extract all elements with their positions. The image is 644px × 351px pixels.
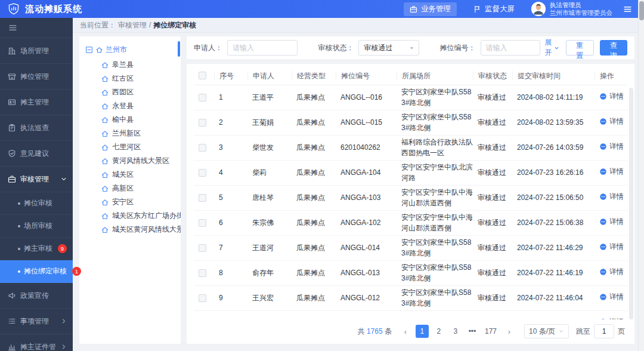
row-checkbox[interactable] bbox=[199, 244, 206, 252]
detail-link[interactable]: 详情 bbox=[599, 116, 624, 127]
nav-business-management[interactable]: 业务管理 bbox=[404, 2, 457, 16]
page-button[interactable]: 2 bbox=[432, 325, 445, 338]
cell-action: 详情 bbox=[595, 91, 627, 104]
tree-node[interactable]: 安宁区 bbox=[85, 195, 181, 209]
tree-node[interactable]: 城关区东方红广场办街道 bbox=[85, 209, 181, 223]
row-checkbox[interactable] bbox=[199, 119, 206, 127]
detail-link[interactable]: 详情 bbox=[599, 167, 624, 177]
user-org: 兰州市城市管理委员会 bbox=[550, 9, 612, 17]
page-ellipsis[interactable]: ••• bbox=[466, 325, 479, 338]
page-size-select[interactable]: 10 条/页 bbox=[524, 324, 569, 338]
header-menu-icon[interactable] bbox=[623, 5, 632, 14]
page-button[interactable]: 3 bbox=[449, 325, 462, 338]
nav-supervision-screen[interactable]: 监督大屏 bbox=[467, 2, 521, 16]
page-jump-input[interactable] bbox=[594, 324, 614, 338]
prev-page-button[interactable]: ‹ bbox=[399, 325, 412, 338]
search-button[interactable]: 查询 bbox=[600, 40, 628, 56]
sidebar-item[interactable]: 政策宣传 bbox=[0, 283, 73, 309]
detail-link[interactable]: 详情 bbox=[599, 91, 624, 101]
tree-root[interactable]: 兰州市 bbox=[85, 42, 181, 57]
sidebar-item-label: 摊主证件管理 bbox=[20, 342, 55, 351]
column-header: 审核状态 bbox=[473, 71, 512, 81]
top-bar: 流动摊贩系统 业务管理 监督大屏 执法管理员 bbox=[0, 0, 638, 18]
detail-ellipsis-icon bbox=[599, 93, 607, 100]
cell-applicant: 柴世发 bbox=[247, 143, 292, 153]
row-checkbox[interactable] bbox=[199, 294, 206, 302]
tree-scrollbar-thumb[interactable] bbox=[178, 41, 180, 57]
page-button[interactable]: 1 bbox=[416, 325, 429, 338]
cell-business-type: 瓜果摊点 bbox=[292, 93, 336, 103]
detail-link[interactable]: 详情 bbox=[599, 267, 624, 277]
detail-ellipsis-icon bbox=[599, 168, 607, 176]
expand-filters-link[interactable]: 展开 bbox=[545, 38, 560, 58]
sidebar-item[interactable]: 场所管理 bbox=[0, 38, 73, 64]
chevron-down-icon bbox=[60, 175, 68, 183]
cell-time: 2024-07-26 14:03:59 bbox=[512, 143, 595, 153]
tree-node[interactable]: 榆中县 bbox=[85, 113, 181, 127]
sidebar-item[interactable]: 意见建议 bbox=[0, 141, 73, 167]
sidebar-subitem[interactable]: 摊位审核 bbox=[0, 192, 73, 215]
table-row: 7王道河瓜果摊点ANGGL-014安宁区刘家堡中队S583#路北侧审核通过202… bbox=[194, 236, 627, 261]
tree-node[interactable]: 黄河风情线大景区 bbox=[85, 154, 181, 168]
home-icon bbox=[101, 88, 109, 97]
page-button[interactable]: 177 bbox=[482, 325, 499, 338]
page-scrollbar-thumb[interactable] bbox=[639, 1, 644, 20]
table-row: 2王菊娟瓜果摊点ANGGL--015安宁区刘家堡中队S583#路北侧审核通过20… bbox=[194, 110, 627, 136]
sidebar-subitem[interactable]: 摊位绑定审核1 bbox=[0, 260, 73, 283]
tree-node[interactable]: 兰州新区 bbox=[85, 127, 181, 140]
cell-checkbox bbox=[194, 144, 214, 152]
tree-node[interactable]: 红古区 bbox=[85, 72, 181, 85]
row-checkbox[interactable] bbox=[199, 194, 206, 202]
tree-node[interactable]: 西固区 bbox=[85, 85, 181, 99]
table-scrollbar-thumb[interactable] bbox=[629, 88, 633, 319]
next-page-button[interactable]: › bbox=[503, 325, 516, 338]
tree-node[interactable]: 七里河区 bbox=[85, 140, 181, 154]
page-scrollbar[interactable] bbox=[638, 0, 644, 351]
sidebar-item[interactable]: 摊主证件管理 bbox=[0, 334, 73, 351]
sidebar-item[interactable]: 执法巡查 bbox=[0, 115, 73, 141]
detail-link[interactable]: 详情 bbox=[599, 242, 624, 252]
tree-node[interactable]: 高新区 bbox=[85, 181, 181, 195]
sidebar-item[interactable]: 摊位管理 bbox=[0, 64, 73, 90]
tree-node-label: 榆中县 bbox=[112, 115, 134, 125]
column-header: 所属场所 bbox=[397, 71, 473, 81]
detail-link[interactable]: 详情 bbox=[599, 217, 624, 227]
user-info[interactable]: 执法管理员 兰州市城市管理委员会 bbox=[531, 1, 612, 17]
applicant-input[interactable] bbox=[227, 40, 298, 56]
cell-venue: 安宁区刘家堡中队S583#路北侧 bbox=[397, 238, 473, 258]
row-checkbox[interactable] bbox=[199, 169, 206, 177]
select-all-checkbox[interactable] bbox=[199, 72, 206, 79]
column-header: 经营类型 bbox=[292, 71, 336, 81]
breadcrumb-section: 审核管理 bbox=[118, 20, 147, 30]
cell-applicant: 王道平 bbox=[247, 93, 292, 103]
detail-link[interactable]: 详情 bbox=[599, 141, 624, 152]
stall-no-input[interactable] bbox=[481, 40, 540, 56]
detail-link[interactable]: 详情 bbox=[599, 292, 624, 302]
sidebar-item[interactable]: 审核管理 bbox=[0, 167, 73, 192]
cell-checkbox bbox=[194, 219, 214, 227]
reset-button[interactable]: 重置 bbox=[566, 40, 594, 56]
tree-node[interactable]: 城关区黄河风情线大景区街道 bbox=[85, 223, 181, 236]
cell-stall-no: ANGGA-104 bbox=[336, 168, 397, 178]
sidebar-item[interactable]: 事项管理 bbox=[0, 309, 73, 334]
row-checkbox[interactable] bbox=[199, 219, 206, 227]
row-checkbox[interactable] bbox=[199, 269, 206, 277]
sidebar-subitem[interactable]: 场所审核 bbox=[0, 215, 73, 238]
cell-stall-no: ANGGA-102 bbox=[336, 218, 397, 228]
cell-applicant: 朱宗佛 bbox=[247, 218, 292, 228]
sidebar-item[interactable]: 摊主管理 bbox=[0, 90, 73, 115]
tree-node[interactable]: 城关区 bbox=[85, 168, 181, 181]
tree-node[interactable]: 皋兰县 bbox=[85, 58, 181, 72]
home-icon bbox=[101, 212, 109, 220]
collapse-minus-square-icon[interactable] bbox=[85, 46, 93, 54]
detail-link[interactable]: 详情 bbox=[599, 192, 624, 202]
sidebar-subitem[interactable]: 摊主审核9 bbox=[0, 238, 73, 260]
row-checkbox[interactable] bbox=[199, 144, 206, 152]
sidebar-collapse-icon[interactable] bbox=[8, 23, 17, 32]
status-select[interactable]: 审核通过 bbox=[358, 40, 419, 56]
cell-applicant: 王菊娟 bbox=[247, 118, 292, 128]
tree-node[interactable]: 永登县 bbox=[85, 99, 181, 113]
row-checkbox[interactable] bbox=[199, 94, 206, 101]
cell-venue: 安宁区刘家堡中队S583#路北侧 bbox=[397, 112, 473, 133]
cell-no: 3 bbox=[214, 143, 247, 153]
